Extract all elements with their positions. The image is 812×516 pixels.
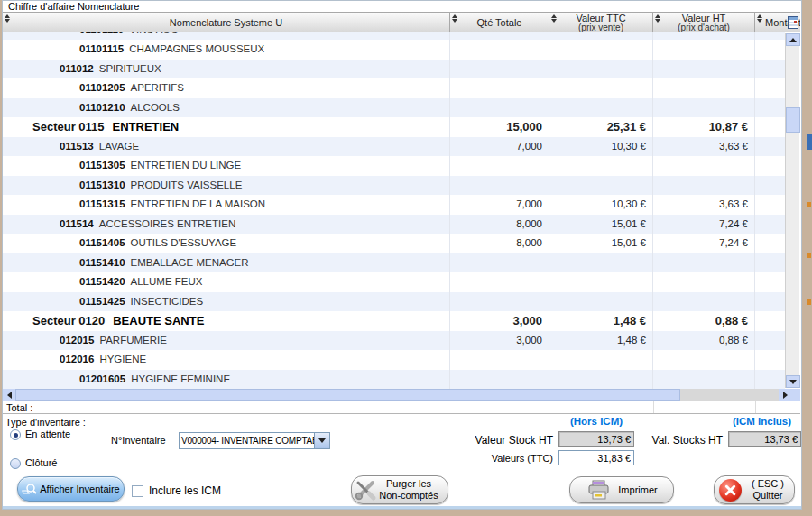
- row-nomenclature-cell: Secteur 0120BEAUTE SANTE: [3, 311, 450, 331]
- row-montant-cell: [755, 370, 785, 390]
- vertical-scrollbar[interactable]: [785, 33, 799, 388]
- row-ttc-cell: 10,30 €: [549, 195, 653, 215]
- row-ht-cell: [653, 253, 755, 273]
- row-ttc-cell: [549, 370, 653, 390]
- purger-label: Purger les Non-comptés: [379, 478, 438, 502]
- inventory-number-label: N°Inventaire: [111, 435, 166, 446]
- row-qty-cell: [450, 32, 549, 40]
- row-ht-cell: 7,24 €: [653, 215, 755, 235]
- row-qty-cell: 15,000: [450, 117, 549, 137]
- row-montant-cell: [755, 195, 785, 215]
- table-row[interactable]: 012016HYGIENE: [3, 350, 785, 370]
- vertical-scroll-thumb[interactable]: [786, 107, 800, 133]
- afficher-inventaire-button[interactable]: Afficher Inventaire: [17, 476, 125, 502]
- row-qty-cell: 3,000: [450, 331, 549, 351]
- table-row[interactable]: 01101115CHAMPAGNES MOUSSEUX: [3, 40, 785, 60]
- radio-en-attente[interactable]: [10, 429, 21, 440]
- row-montant-cell: [755, 331, 785, 351]
- row-montant-cell: [755, 156, 785, 176]
- column-header-sublabel: (prix d'achat): [678, 23, 730, 32]
- inventory-select[interactable]: V000004- INVENTAIRE COMPTABLE: [179, 432, 330, 449]
- table-row[interactable]: 011514ACCESSOIRES ENTRETIEN 8,000 15,01 …: [3, 215, 785, 235]
- row-ttc-cell: [549, 253, 653, 273]
- table-row[interactable]: 01151405OUTILS D'ESSUYAGE 8,000 15,01 € …: [3, 234, 785, 253]
- background-fragment: [807, 299, 811, 305]
- scroll-left-button[interactable]: [3, 389, 15, 401]
- table-row[interactable]: 011513LAVAGE 7,000 10,30 € 3,63 €: [3, 137, 785, 157]
- row-montant-cell: [755, 234, 785, 253]
- table-row[interactable]: 01151305ENTRETIEN DU LINGE: [3, 156, 785, 176]
- row-ttc-cell: [549, 176, 653, 196]
- table-row[interactable]: 012015PARFUMERIE 3,000 1,48 € 0,88 €: [3, 331, 785, 351]
- table-row[interactable]: Secteur 0120BEAUTE SANTE 3,000 1,48 € 0,…: [3, 311, 785, 331]
- valeurs-ttc-input[interactable]: [558, 450, 634, 465]
- row-ht-cell: 3,63 €: [653, 195, 755, 215]
- scroll-down-button[interactable]: [786, 375, 800, 388]
- row-montant-cell: [755, 32, 785, 40]
- row-nomenclature-cell: 01101210ALCOOLS: [3, 98, 450, 118]
- column-header-valeur-ht[interactable]: Valeur HT (prix d'achat): [653, 13, 755, 32]
- scroll-right-button[interactable]: [779, 389, 791, 401]
- table-row[interactable]: 01151315ENTRETIEN DE LA MAISON 7,000 10,…: [3, 195, 785, 215]
- row-qty-cell: [450, 40, 549, 60]
- row-ttc-cell: 25,31 €: [549, 117, 653, 137]
- table-row[interactable]: 01101110VINS AOC: [3, 32, 785, 40]
- scroll-up-button[interactable]: [786, 33, 800, 46]
- magnifier-icon: [22, 483, 37, 496]
- imprimer-button[interactable]: Imprimer: [569, 476, 674, 503]
- sort-icon: [452, 14, 458, 23]
- row-montant-cell: [755, 98, 785, 118]
- table-row[interactable]: 01101205APERITIFS: [3, 78, 785, 98]
- row-montant-cell: [755, 272, 785, 292]
- row-ttc-cell: 1,48 €: [549, 311, 653, 331]
- horizontal-scrollbar[interactable]: [3, 389, 800, 401]
- row-ht-cell: [653, 60, 755, 79]
- row-nomenclature-cell: 01151405OUTILS D'ESSUYAGE: [3, 234, 450, 253]
- row-qty-cell: 8,000: [450, 215, 549, 235]
- column-header-valeur-ttc[interactable]: Valeur TTC (prix vente): [549, 13, 653, 32]
- chevron-down-icon[interactable]: [314, 433, 329, 448]
- column-header-qte-totale[interactable]: Qté Totale: [450, 13, 549, 32]
- row-nomenclature-cell: Secteur 0115ENTRETIEN: [3, 117, 450, 137]
- table-row[interactable]: Secteur 0115ENTRETIEN 15,000 25,31 € 10,…: [3, 117, 785, 137]
- row-ttc-cell: 15,01 €: [549, 234, 653, 253]
- row-qty-cell: 7,000: [450, 195, 549, 215]
- horizontal-scroll-thumb[interactable]: [15, 389, 680, 401]
- row-qty-cell: [450, 98, 549, 118]
- imprimer-label: Imprimer: [618, 484, 657, 495]
- table-row[interactable]: 01201605HYGIENE FEMININE: [3, 370, 785, 390]
- row-montant-cell: [755, 350, 785, 370]
- row-qty-cell: [450, 253, 549, 273]
- table-row[interactable]: 01101210ALCOOLS: [3, 98, 785, 118]
- row-ht-cell: [653, 156, 755, 176]
- radio-cloture[interactable]: [10, 458, 21, 469]
- page-title: Chiffre d'affaire Nomenclature: [5, 1, 142, 12]
- table-row[interactable]: 011012SPIRITUEUX: [3, 60, 785, 79]
- sort-icon: [5, 14, 11, 23]
- column-chooser-icon[interactable]: [788, 16, 798, 31]
- table-row[interactable]: 01151420ALLUME FEUX: [3, 272, 785, 292]
- icm-inclus-caption: (ICM inclus): [719, 416, 805, 427]
- inclure-icm-checkbox[interactable]: [132, 485, 143, 497]
- inclure-icm-label[interactable]: Inclure les ICM: [149, 484, 221, 497]
- table-row[interactable]: 01151410EMBALLAGE MENAGER: [3, 253, 785, 273]
- table-row[interactable]: 01151425INSECTICIDES: [3, 292, 785, 312]
- row-ht-cell: 3,63 €: [653, 137, 755, 157]
- printer-icon: [586, 480, 611, 500]
- table-body: 01101110VINS AOC 01101115CHAMPAGNES MOUS…: [3, 32, 785, 389]
- purger-non-comptes-button[interactable]: Purger les Non-comptés: [351, 475, 448, 504]
- row-nomenclature-cell: 012015PARFUMERIE: [3, 331, 450, 351]
- column-header-nomenclature[interactable]: Nomenclature Systeme U: [3, 13, 450, 32]
- quitter-button[interactable]: ( ESC ) Quitter: [714, 475, 795, 504]
- row-ttc-cell: [549, 350, 653, 370]
- row-montant-cell: [755, 215, 785, 235]
- row-ht-cell: [653, 292, 755, 312]
- column-header-montant[interactable]: Montant: [755, 13, 800, 32]
- row-ht-cell: 0,88 €: [653, 331, 755, 351]
- radio-en-attente-label[interactable]: En attente: [25, 428, 70, 439]
- row-ttc-cell: [549, 156, 653, 176]
- row-nomenclature-cell: 01151310PRODUITS VAISSELLE: [3, 176, 450, 196]
- row-montant-cell: [755, 292, 785, 312]
- table-row[interactable]: 01151310PRODUITS VAISSELLE: [3, 176, 785, 196]
- radio-cloture-label[interactable]: Clôturé: [25, 457, 57, 468]
